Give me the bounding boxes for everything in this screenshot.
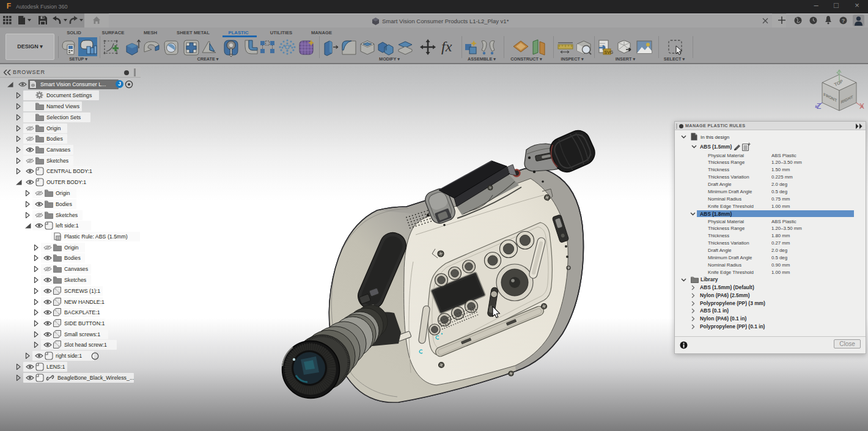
svg-text:Z: Z <box>817 102 821 111</box>
svg-text:X: X <box>859 102 864 111</box>
